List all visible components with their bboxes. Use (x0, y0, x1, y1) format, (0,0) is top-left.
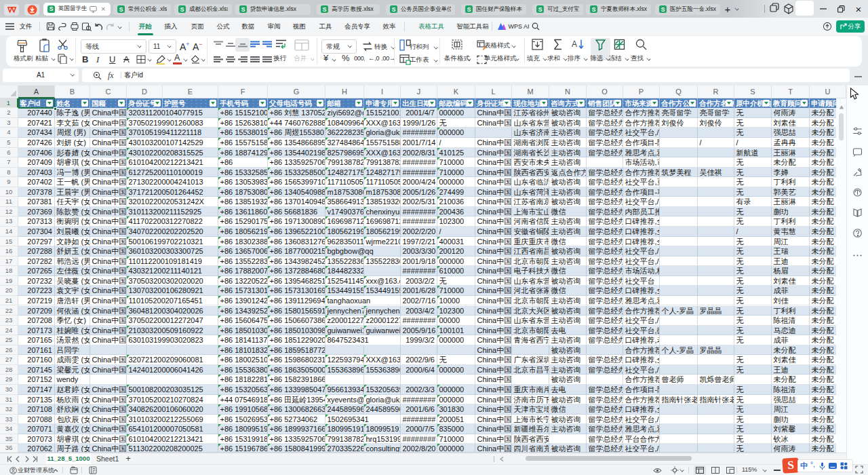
svg-text:A: A (572, 39, 577, 49)
